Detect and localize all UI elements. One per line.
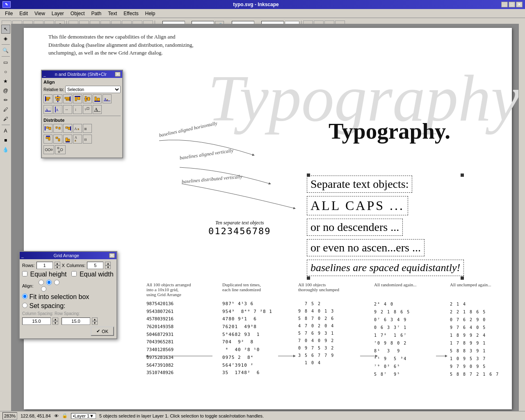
no-descenders-text: or no descenders ... — [310, 221, 399, 233]
dist-random-h[interactable]: ⊞ — [83, 124, 92, 133]
menu-object[interactable]: Object — [67, 10, 88, 17]
dist-left[interactable] — [43, 124, 52, 133]
tool-calligraphy[interactable]: 🖋 — [1, 114, 10, 123]
columns-input[interactable] — [87, 262, 103, 269]
left-sep-1 — [2, 44, 10, 45]
dist-baseline-v[interactable]: Aa — [73, 135, 82, 144]
col-spacing-spinner[interactable]: ▲ ▼ — [52, 317, 58, 325]
dist-baseline-h[interactable]: Aa — [73, 124, 82, 133]
minimize-button[interactable]: _ — [501, 2, 508, 7]
grid-dialog-titlebar[interactable]: _ Grid Arrange ✕ — [20, 252, 116, 259]
align-bottom-edges[interactable] — [93, 94, 102, 103]
svg-text:a: a — [78, 127, 79, 131]
align-exchange-h[interactable]: ↔ — [63, 105, 72, 114]
zoom-indicator[interactable]: 283% — [2, 412, 17, 420]
grid-dialog-close[interactable]: ✕ — [109, 253, 115, 258]
dist-right[interactable] — [63, 124, 72, 133]
scrollbar-right[interactable] — [518, 24, 525, 411]
tool-pen[interactable]: 🖊 — [1, 105, 10, 114]
align-centers-v[interactable] — [83, 94, 92, 103]
align-radio-center-h[interactable] — [46, 280, 52, 285]
menu-text[interactable]: Text — [105, 10, 120, 17]
align-baseline-v[interactable]: A — [53, 105, 62, 114]
tool-text[interactable]: A — [1, 126, 10, 135]
align-left-edges[interactable] — [43, 94, 52, 103]
align-radio-middle[interactable] — [41, 286, 46, 292]
equal-width-checkbox[interactable] — [71, 271, 77, 276]
tool-rectangle[interactable]: ▭ — [1, 58, 10, 67]
equal-height-label[interactable]: Equal height — [22, 271, 66, 278]
dist-top[interactable] — [43, 135, 52, 144]
cols-up[interactable]: ▲ — [105, 262, 111, 265]
dist-center-h[interactable] — [53, 124, 62, 133]
layer-indicator[interactable]: •Layer 1▼ — [71, 413, 96, 419]
tool-spiral[interactable]: @ — [1, 86, 10, 95]
align-baseline-h[interactable]: A — [43, 105, 52, 114]
dist-random-v[interactable]: ⊟ — [83, 135, 92, 144]
tool-dropper[interactable]: 💧 — [1, 145, 10, 154]
menu-view[interactable]: View — [31, 10, 48, 17]
relative-select[interactable]: Selection Page Drawing — [65, 86, 121, 93]
align-dialog-close[interactable]: ✕ — [115, 72, 121, 77]
col-spacing-up[interactable]: ▲ — [52, 317, 58, 321]
align-random[interactable]: ? — [83, 105, 92, 114]
menu-layer[interactable]: Layer — [48, 10, 67, 17]
menu-effects[interactable]: Effects — [120, 10, 142, 17]
dist-center-v[interactable] — [53, 135, 62, 144]
cols-down[interactable]: ▼ — [105, 265, 111, 269]
tool-pointer[interactable]: ↖ — [1, 25, 10, 34]
unclump-h[interactable] — [43, 145, 54, 154]
svg-rect-34 — [46, 127, 48, 128]
spacing-radio[interactable] — [22, 303, 27, 308]
align-radio-right[interactable] — [54, 280, 59, 285]
col-spacing-input[interactable] — [22, 317, 51, 325]
align-radio-left[interactable] — [39, 280, 44, 285]
equal-width-label[interactable]: Equal width — [71, 271, 113, 278]
tool-node-edit[interactable]: ◈ — [1, 34, 10, 43]
align-dialog-minimize[interactable]: _ — [43, 72, 46, 77]
align-centers-h[interactable] — [53, 94, 62, 103]
grid-section: All 100 objects arranged into a 10x10 gr… — [145, 282, 518, 378]
rows-down[interactable]: ▼ — [55, 265, 60, 269]
fit-radio[interactable] — [22, 294, 27, 299]
align-exchange-v[interactable]: ↕ — [73, 105, 82, 114]
align-top-edges[interactable] — [73, 94, 82, 103]
cols-spinner[interactable]: ▲ ▼ — [105, 262, 111, 269]
svg-rect-15 — [94, 101, 100, 102]
menu-path[interactable]: Path — [88, 10, 105, 17]
set-spacing-label[interactable]: Set spacing: — [22, 302, 66, 310]
menu-edit[interactable]: Edit — [16, 10, 31, 17]
close-button[interactable]: ✕ — [516, 2, 523, 7]
col-row-spacing-label: Column Spacing: Row Spacing: — [22, 311, 80, 316]
row-spacing-input[interactable] — [62, 317, 90, 325]
align-dialog-titlebar[interactable]: _ n and Distribute (Shift+Clr ✕ — [42, 71, 122, 78]
maximize-button[interactable]: □ — [509, 2, 515, 7]
align-text-baseline[interactable]: Aa — [103, 94, 112, 103]
tool-zoom[interactable]: 🔍 — [1, 46, 10, 55]
tool-gradient[interactable]: ■ — [1, 136, 10, 145]
distribute-section-label: Distribute — [43, 118, 121, 123]
menu-help[interactable]: Help — [142, 10, 159, 17]
row-spacing-up[interactable]: ▲ — [92, 317, 98, 321]
rows-input[interactable] — [37, 262, 53, 269]
rows-spinner[interactable]: ▲ ▼ — [55, 262, 60, 269]
row-spacing-spinner[interactable]: ▲ ▼ — [92, 317, 98, 325]
tool-pencil[interactable]: ✏ — [1, 96, 10, 105]
ok-button[interactable]: ✔ OK — [91, 326, 114, 336]
titlebar-controls[interactable]: _ □ ✕ — [501, 2, 523, 7]
col-spacing-down[interactable]: ▼ — [52, 321, 58, 325]
fit-selection-label[interactable]: Fit into selection box — [22, 293, 89, 301]
tool-star[interactable]: ★ — [1, 77, 10, 86]
unclump-v[interactable] — [55, 145, 66, 154]
rows-up[interactable]: ▲ — [55, 262, 60, 265]
align-text-a[interactable]: A — [93, 105, 102, 114]
tool-circle[interactable]: ○ — [1, 67, 10, 76]
menu-file[interactable]: File — [2, 10, 16, 17]
unclump-buttons — [43, 145, 121, 154]
row-spacing-down[interactable]: ▼ — [92, 321, 98, 325]
dist-bottom[interactable] — [63, 135, 72, 144]
grid-dialog-minimize[interactable]: _ — [21, 253, 24, 258]
titlebar-title: typo.svg - Inkscape — [11, 2, 501, 7]
equal-height-checkbox[interactable] — [22, 271, 27, 276]
align-right-edges[interactable] — [63, 94, 72, 103]
